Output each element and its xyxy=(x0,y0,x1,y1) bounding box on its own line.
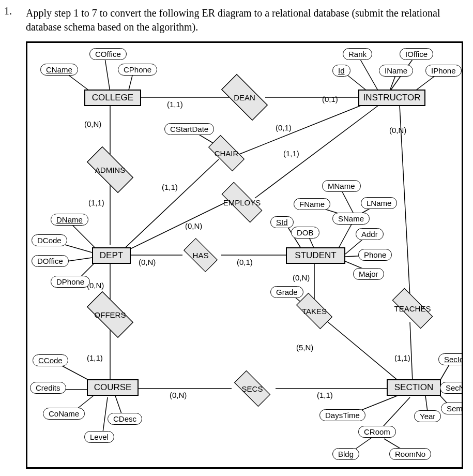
svg-line-42 xyxy=(322,317,400,382)
attr-phone: Phone xyxy=(358,249,392,261)
card-instructor-chair: (0,1) xyxy=(276,123,292,132)
rel-dean: DEAN xyxy=(213,82,276,113)
svg-line-38 xyxy=(102,397,108,436)
attr-fname: FName xyxy=(294,198,330,210)
attr-croom: CRoom xyxy=(358,426,396,438)
rel-chair-label: CHAIR xyxy=(215,149,239,158)
attr-sid: SId xyxy=(270,216,294,228)
attr-major: Major xyxy=(353,268,384,280)
rel-has: HAS xyxy=(175,241,226,270)
card-student-takes: (0,N) xyxy=(293,273,310,282)
attr-dname: DName xyxy=(51,214,88,226)
card-section-teaches: (1,1) xyxy=(394,353,410,362)
card-instructor-dean: (0,1) xyxy=(322,95,338,103)
rel-employs: EMPLOYS xyxy=(208,188,276,217)
rel-secs: SECS xyxy=(224,374,281,403)
card-dept-employs: (0,N) xyxy=(185,221,202,230)
rel-admins-label: ADMINS xyxy=(95,166,125,174)
rel-teaches-label: TEACHES xyxy=(394,304,431,313)
entity-college-label: COLLEGE xyxy=(92,93,133,103)
attr-dob: DOB xyxy=(291,227,319,239)
card-instructor-teaches: (0,N) xyxy=(389,126,406,135)
attr-id: Id xyxy=(332,65,350,77)
attr-dphone: DPhone xyxy=(51,276,90,288)
attr-mname: MName xyxy=(322,180,361,192)
attr-dcode: DCode xyxy=(32,234,67,246)
attr-cstartdate: CStartDate xyxy=(164,123,214,135)
entity-section-label: SECTION xyxy=(394,382,434,393)
card-student-has: (0,1) xyxy=(237,258,253,266)
attr-secno: SecNo xyxy=(440,382,463,394)
attr-cphone: CPhone xyxy=(118,64,157,76)
attr-doffice: DOffice xyxy=(32,255,69,267)
attr-addr: Addr xyxy=(356,228,384,240)
card-section-secs: (1,1) xyxy=(317,391,333,399)
attr-cdesc: CDesc xyxy=(108,413,142,425)
entity-instructor: INSTRUCTOR xyxy=(358,90,425,106)
svg-line-0 xyxy=(105,58,110,92)
attr-ioffice: IOffice xyxy=(400,48,433,60)
entity-college: COLLEGE xyxy=(84,90,141,106)
attr-lname: LName xyxy=(361,197,397,209)
attr-sname: SName xyxy=(332,213,370,225)
rel-offers-label: OFFERS xyxy=(95,310,126,319)
entity-dept: DEPT xyxy=(92,247,131,264)
attr-ccode: CCode xyxy=(33,354,68,366)
card-college-dean: (1,1) xyxy=(167,100,183,109)
entity-instructor-label: INSTRUCTOR xyxy=(363,93,420,103)
attr-iname: IName xyxy=(379,65,413,77)
entity-course-label: COURSE xyxy=(94,382,132,393)
rel-has-label: HAS xyxy=(193,251,209,260)
attr-iphone: IPhone xyxy=(425,65,462,77)
attr-grade: Grade xyxy=(270,286,303,298)
question-text: Apply step 1 to 7 to convert the followi… xyxy=(26,6,470,34)
rel-dean-label: DEAN xyxy=(234,93,255,102)
rel-employs-label: EMPLOYS xyxy=(223,198,261,207)
entity-student-label: STUDENT xyxy=(295,250,336,261)
rel-teaches: TEACHES xyxy=(379,294,446,323)
attr-rank: Rank xyxy=(343,48,372,60)
card-dept-admins: (1,1) xyxy=(88,198,104,207)
attr-roomno: RoomNo xyxy=(389,448,431,460)
rel-secs-label: SECS xyxy=(242,384,263,393)
attr-coffice: COffice xyxy=(89,48,127,60)
entity-section: SECTION xyxy=(387,379,441,396)
card-course-secs: (0,N) xyxy=(170,391,187,399)
card-dept-has: (0,N) xyxy=(139,258,156,266)
rel-chair: CHAIR xyxy=(198,139,255,168)
svg-line-45 xyxy=(410,322,413,382)
rel-takes-label: TAKES xyxy=(302,307,327,316)
rel-takes: TAKES xyxy=(286,296,343,325)
er-diagram: COLLEGE INSTRUCTOR DEPT STUDENT COURSE S… xyxy=(27,43,462,467)
attr-secid: SecId xyxy=(438,353,463,365)
attr-bldg: Bldg xyxy=(332,448,359,460)
card-college-admins: (0,N) xyxy=(84,120,101,128)
card-instructor-employs: (1,1) xyxy=(283,149,299,158)
attr-coname: CoName xyxy=(43,408,85,420)
card-course-offers: (1,1) xyxy=(87,353,103,362)
svg-line-25 xyxy=(338,221,353,250)
attr-credits: Credits xyxy=(30,382,66,394)
er-diagram-frame: COLLEGE INSTRUCTOR DEPT STUDENT COURSE S… xyxy=(26,41,463,469)
entity-dept-label: DEPT xyxy=(100,250,123,261)
question-number: 1. xyxy=(4,5,12,17)
attr-level: Level xyxy=(84,431,114,443)
card-section-takes: (5,N) xyxy=(296,343,313,352)
entity-course: COURSE xyxy=(87,379,139,396)
entity-student: STUDENT xyxy=(286,247,345,264)
attr-year: Year xyxy=(414,410,441,422)
attr-sem: Sem xyxy=(441,403,463,414)
attr-daystime: DaysTime xyxy=(319,409,365,421)
rel-offers: OFFERS xyxy=(79,299,141,330)
attr-cname: CName xyxy=(40,64,78,76)
rel-admins: ADMINS xyxy=(79,154,141,185)
card-dept-chair: (1,1) xyxy=(162,183,178,191)
